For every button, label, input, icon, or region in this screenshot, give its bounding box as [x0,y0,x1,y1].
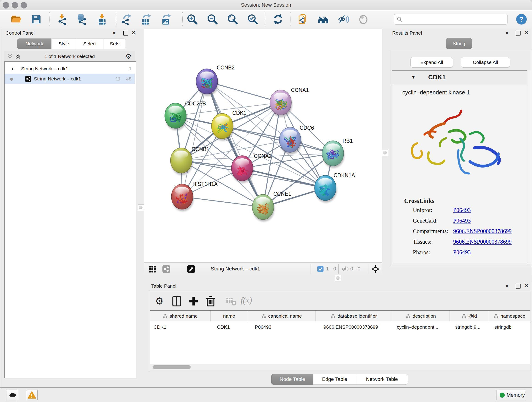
open-session-icon[interactable] [10,13,22,25]
table-panel-menu-icon[interactable]: ▼ [505,284,509,288]
table-hscrollbar-thumb[interactable] [152,365,191,369]
column-header-databaseidentifier[interactable]: database identifier [316,311,392,322]
refresh-layout-icon[interactable] [272,13,284,25]
results-scrollbar[interactable] [527,70,531,264]
horizontal-splitter[interactable] [144,275,532,281]
control-panel-menu-icon[interactable]: ▼ [112,31,116,36]
pan-crosshair-icon[interactable] [371,265,380,273]
node-CDC6[interactable]: CDC6 [279,125,314,154]
node-CCNB2[interactable]: CCNB2 [196,65,234,96]
tab-network[interactable]: Network [17,38,51,49]
help-icon[interactable]: ? [516,14,527,25]
zoom-in-icon[interactable] [186,13,198,25]
warnings-button[interactable] [26,390,38,400]
table-panel-float-icon[interactable] [516,284,520,288]
show-columns-icon[interactable] [171,295,182,307]
vertical-splitter-left[interactable] [138,29,144,275]
zoom-fit-icon[interactable] [227,13,238,25]
control-panel-close-icon[interactable]: ✕ [131,30,136,35]
table-row[interactable]: CDK1CDK1P064939606.ENSP00000378699cyclin… [150,322,530,332]
collapse-all-button[interactable]: Collapse All [461,57,510,68]
hidden-eye-icon[interactable] [342,266,348,273]
zoom-selected-icon[interactable] [247,13,259,25]
cell[interactable]: CDK1 [210,322,248,332]
node-CDKN1A[interactable]: CDKN1A [315,172,355,203]
tree-expander-icon[interactable]: ▼ [11,64,14,74]
memory-button[interactable]: Memory [496,390,525,400]
node-RB1[interactable]: RB1 [322,138,353,168]
cell[interactable]: cyclin–dependent ... [392,322,450,332]
export-network-icon[interactable] [120,13,132,25]
edge-CCNB2-HIST1H1A[interactable] [182,81,207,197]
window-title: Session: New Session [0,0,532,10]
crosslink-link[interactable]: P06493 [453,217,471,224]
tab-string[interactable]: String [446,38,472,49]
save-session-icon[interactable] [31,13,42,25]
zoom-out-icon[interactable] [207,13,218,25]
tab-node-table[interactable]: Node Table [271,374,313,385]
import-network-database-icon[interactable] [76,13,87,25]
column-header-namespace[interactable]: namespace [489,311,530,322]
node-HIST1H1A[interactable]: HIST1H1A [171,181,218,211]
function-builder-icon[interactable]: f(x) [241,295,261,307]
results-panel-menu-icon[interactable]: ▼ [505,31,509,36]
results-panel-close-icon[interactable]: ✕ [524,30,529,35]
tab-network-table[interactable]: Network Table [356,374,408,385]
tab-edge-table[interactable]: Edge Table [313,374,356,385]
splitter-handle[interactable] [335,275,341,281]
network-collection-row[interactable]: ▼ String Network – cdk1 1 [5,64,135,74]
results-panel-float-icon[interactable] [516,31,520,36]
add-column-icon[interactable] [188,295,199,307]
splitter-handle[interactable] [138,204,144,211]
delete-table-icon[interactable] [225,295,237,307]
tab-select[interactable]: Select [76,38,104,49]
column-header-description[interactable]: description [392,311,450,322]
expand-all-button[interactable]: Expand All [410,57,453,68]
vertical-splitter[interactable] [382,29,388,275]
birdseye-view-icon[interactable] [187,265,195,273]
cloud-button[interactable] [7,390,18,400]
crosslink-link[interactable]: 9606.ENSP00000378699 [453,239,512,245]
export-table-icon[interactable] [140,13,152,25]
node-CCNA1[interactable]: CCNA1 [270,87,309,117]
string-home-icon[interactable] [317,13,329,25]
cell[interactable]: P06493 [248,322,316,332]
column-header-name[interactable]: name [210,311,248,322]
cell[interactable]: 9606.ENSP00000378699 [316,322,392,332]
network-graph[interactable]: CCNB2CCNA1CDC25BCDK1CDC6RB1CCNB1CCNA2CDK… [144,29,382,262]
column-header-sharedname[interactable]: shared name [150,311,210,322]
column-header-id[interactable]: @id [450,311,489,322]
share-document-icon[interactable] [297,13,309,25]
table-panel-close-icon[interactable]: ✕ [524,283,529,288]
table-options-gear-icon[interactable]: ⚙ [153,295,165,307]
node-CCNA2[interactable]: CCNA2 [231,153,272,183]
crosslink-link[interactable]: P06493 [453,207,471,213]
selected-checkbox-icon[interactable] [317,266,323,272]
network-view-share-icon[interactable] [162,265,170,273]
cell[interactable]: CDK1 [150,322,210,332]
network-row-selected[interactable]: String Network – cdk1 11 48 [5,74,135,84]
export-image-icon[interactable] [160,13,172,25]
crosslink-link[interactable]: 9606.ENSP00000378699 [453,228,512,235]
tab-sets[interactable]: Sets [104,38,126,49]
entry-expander-icon[interactable]: ▼ [411,75,416,80]
cell[interactable]: stringdb:9... [450,322,489,332]
node-CCNB1[interactable]: CCNB1 [171,146,209,175]
import-network-file-icon[interactable] [56,13,68,25]
column-header-canonicalname[interactable]: canonical name [248,311,316,322]
network-options-gear-icon[interactable]: ⚙ [125,52,132,60]
node-entry-header[interactable]: ▼ CDK1 [392,70,527,85]
search-input[interactable] [404,15,504,23]
node-CCNE1[interactable]: CCNE1 [252,191,291,222]
splitter-handle[interactable] [382,150,388,156]
control-panel-float-icon[interactable] [123,31,128,36]
hide-unhide-icon[interactable] [338,13,349,25]
grid-view-icon[interactable] [149,265,156,273]
show-graphics-details-icon[interactable] [358,13,369,25]
import-table-file-icon[interactable] [96,13,108,25]
delete-column-icon[interactable] [205,295,216,307]
tab-style[interactable]: Style [51,38,76,49]
crosslink-link[interactable]: P06493 [453,249,471,255]
cell[interactable]: stringdb [489,322,530,332]
edge-HIST1H1A-CCNE1[interactable] [182,197,263,207]
